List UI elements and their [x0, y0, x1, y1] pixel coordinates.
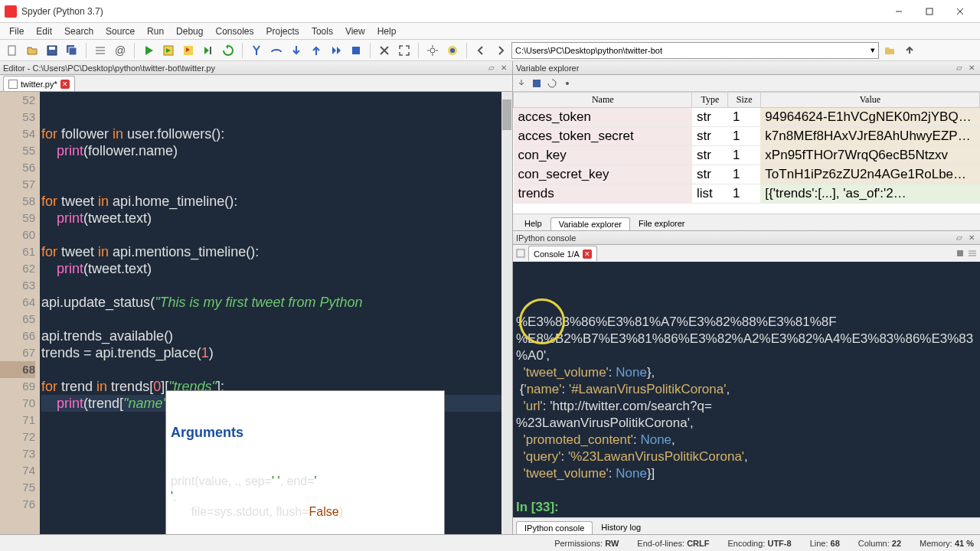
- fullscreen-button[interactable]: [395, 41, 413, 60]
- python-path-button[interactable]: [443, 41, 462, 60]
- tab-help[interactable]: Help: [516, 217, 550, 230]
- menu-bar: FileEditSearchSourceRunDebugConsolesProj…: [0, 23, 980, 40]
- outline-button[interactable]: [91, 41, 109, 60]
- undock-icon[interactable]: ▱: [954, 63, 965, 73]
- tab-history-log[interactable]: History log: [593, 520, 649, 534]
- menu-tools[interactable]: Tools: [305, 24, 339, 38]
- col-size[interactable]: Size: [728, 93, 760, 108]
- close-pane-icon[interactable]: ✕: [966, 63, 977, 73]
- rerun-button[interactable]: [219, 41, 237, 60]
- new-console-button[interactable]: [516, 249, 525, 258]
- undock-icon[interactable]: ▱: [954, 233, 965, 243]
- tab-close-icon[interactable]: ✕: [583, 249, 592, 259]
- refresh-button[interactable]: [547, 78, 557, 89]
- menu-consoles[interactable]: Consoles: [209, 24, 260, 38]
- console-title: IPython console: [516, 233, 576, 243]
- console-tab-row: Console 1/A ✕: [513, 245, 980, 262]
- max-button[interactable]: [375, 41, 394, 60]
- tab-close-icon[interactable]: ✕: [60, 80, 70, 89]
- options-button[interactable]: [562, 78, 573, 89]
- at-button[interactable]: @: [111, 41, 129, 60]
- line-gutter: 5253545556575859606162636465666768697071…: [0, 92, 40, 534]
- run-cell-button[interactable]: [159, 41, 178, 60]
- table-row[interactable]: trendslist1[{'trends':[...], 'as_of':'2…: [514, 184, 980, 204]
- svg-point-19: [430, 48, 435, 53]
- status-bar: Permissions: RW End-of-lines: CRLF Encod…: [0, 534, 980, 551]
- debug-button[interactable]: [247, 41, 266, 60]
- browse-dir-button[interactable]: [880, 41, 899, 60]
- undock-icon[interactable]: ▱: [486, 63, 497, 73]
- menu-edit[interactable]: Edit: [30, 24, 58, 38]
- new-file-button[interactable]: [3, 41, 21, 60]
- console-tab[interactable]: Console 1/A ✕: [528, 246, 597, 261]
- editor-tab[interactable]: twitter.py* ✕: [3, 76, 75, 91]
- enc-value: UTF-8: [767, 539, 791, 548]
- editor-tab-label: twitter.py*: [21, 80, 57, 89]
- menu-file[interactable]: File: [3, 24, 30, 38]
- run-button[interactable]: [139, 41, 158, 60]
- close-pane-icon[interactable]: ✕: [966, 233, 977, 243]
- enc-label: Encoding:: [727, 539, 765, 548]
- import-data-button[interactable]: [516, 78, 527, 89]
- menu-source[interactable]: Source: [100, 24, 141, 38]
- run-selection-button[interactable]: [199, 41, 217, 60]
- forward-button[interactable]: [492, 41, 510, 60]
- menu-debug[interactable]: Debug: [170, 24, 209, 38]
- maximize-button[interactable]: [914, 1, 945, 22]
- table-row[interactable]: acces_token_secretstr1k7n8MEf8HAxVJrE8Ah…: [514, 127, 980, 146]
- table-row[interactable]: con_secret_keystr1ToTnH1iPz6zZU2n4AGe1Ro…: [514, 165, 980, 184]
- svg-rect-4: [8, 46, 15, 55]
- menu-projects[interactable]: Projects: [260, 24, 305, 38]
- open-file-button[interactable]: [23, 41, 41, 60]
- svg-point-21: [450, 48, 455, 53]
- minimize-button[interactable]: [884, 1, 914, 22]
- working-dir-combo[interactable]: C:\Users\PC\Desktop\python\twitter-bot▾: [511, 42, 879, 59]
- working-dir-text: C:\Users\PC\Desktop\python\twitter-bot: [515, 46, 662, 55]
- svg-rect-24: [517, 249, 524, 257]
- parent-dir-button[interactable]: [900, 41, 919, 60]
- close-button[interactable]: [945, 1, 975, 22]
- col-name[interactable]: Name: [514, 93, 692, 108]
- save-all-button[interactable]: [63, 41, 81, 60]
- tab-file-explorer[interactable]: File explorer: [630, 217, 694, 230]
- console-output[interactable]: %E3%83%86%E3%81%A7%E3%82%88%E3%81%8F%E8%…: [513, 262, 980, 517]
- menu-run[interactable]: Run: [141, 24, 170, 38]
- menu-view[interactable]: View: [339, 24, 371, 38]
- col-label: Column:: [858, 539, 890, 548]
- menu-help[interactable]: Help: [371, 24, 403, 38]
- tab-variable-explorer[interactable]: Variable explorer: [550, 217, 630, 230]
- back-button[interactable]: [472, 41, 490, 60]
- prefs-button[interactable]: [423, 41, 442, 60]
- menu-search[interactable]: Search: [58, 24, 100, 38]
- svg-rect-6: [49, 47, 55, 50]
- console-options-button[interactable]: [968, 249, 977, 258]
- code-body[interactable]: for follower in user.followers(): print(…: [40, 92, 512, 534]
- table-row[interactable]: con_keystr1xPn95fTHOr7WrqQ6ecB5Ntzxv: [514, 146, 980, 165]
- col-value[interactable]: Value: [760, 93, 979, 108]
- window-title: Spyder (Python 3.7): [21, 6, 884, 17]
- close-pane-icon[interactable]: ✕: [498, 63, 509, 73]
- table-row[interactable]: acces_tokenstr194964624-E1hVCgNEK0m2jYBQ…: [514, 108, 980, 127]
- step-out-button[interactable]: [307, 41, 325, 60]
- tab-ipython-console[interactable]: IPython console: [516, 521, 593, 534]
- code-editor[interactable]: 5253545556575859606162636465666768697071…: [0, 92, 512, 534]
- svg-point-23: [566, 82, 569, 85]
- perm-value: RW: [605, 539, 619, 548]
- var-exp-header: Variable explorer ▱ ✕: [513, 61, 980, 75]
- signature-tooltip: Arguments print(value, ., sep=' ', end='…: [165, 390, 445, 534]
- stop-console-button[interactable]: [956, 249, 965, 258]
- stop-debug-button[interactable]: [347, 41, 365, 60]
- editor-vscroll[interactable]: [501, 92, 512, 534]
- col-type[interactable]: Type: [692, 93, 728, 108]
- mem-label: Memory:: [920, 539, 952, 548]
- save-button[interactable]: [43, 41, 61, 60]
- run-cell-advance-button[interactable]: [179, 41, 198, 60]
- step-over-button[interactable]: [267, 41, 286, 60]
- continue-button[interactable]: [327, 41, 345, 60]
- step-in-button[interactable]: [287, 41, 305, 60]
- console-bottom-tabs: IPython consoleHistory log: [513, 517, 980, 534]
- eol-value: CRLF: [687, 539, 709, 548]
- console-tab-label: Console 1/A: [534, 249, 580, 259]
- variable-table[interactable]: NameTypeSizeValueacces_tokenstr194964624…: [513, 92, 980, 214]
- save-data-button[interactable]: [531, 78, 542, 89]
